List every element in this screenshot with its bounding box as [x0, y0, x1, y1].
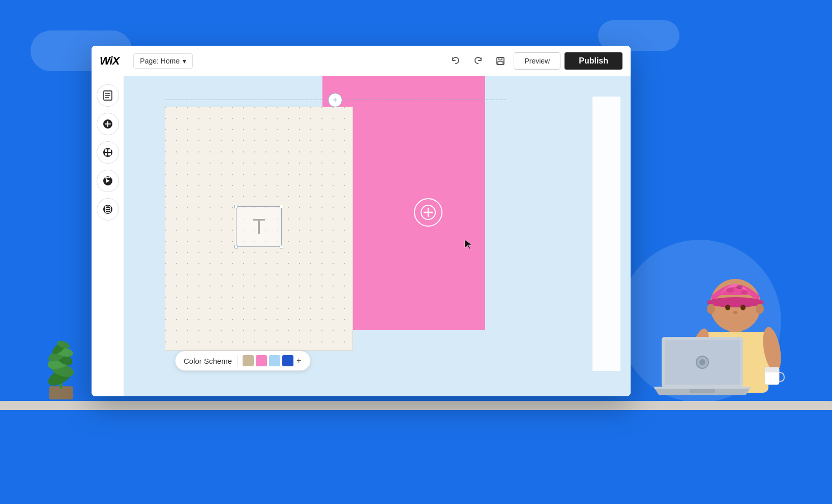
svg-point-14 — [707, 297, 764, 307]
canvas-left-panel: T — [165, 107, 353, 351]
svg-rect-26 — [765, 367, 779, 372]
svg-rect-32 — [654, 387, 751, 389]
svg-rect-47 — [105, 153, 107, 155]
sidebar — [92, 76, 124, 396]
svg-rect-45 — [105, 149, 107, 152]
swatch-pink[interactable] — [256, 355, 267, 366]
publish-button[interactable]: Publish — [564, 52, 622, 70]
toolbar: WiX Page: Home ▾ — [92, 46, 631, 76]
svg-rect-35 — [499, 57, 502, 60]
text-placeholder: T — [252, 216, 265, 237]
editor-window: WiX Page: Home ▾ — [92, 46, 631, 396]
save-button[interactable] — [491, 52, 510, 70]
page-selector[interactable]: Page: Home ▾ — [133, 53, 193, 69]
color-scheme-pill[interactable]: Color Scheme + — [175, 351, 311, 371]
handle-bottom-left[interactable] — [234, 245, 238, 248]
text-element[interactable]: T — [236, 206, 282, 247]
page-selector-label: Page: Home — [140, 57, 180, 65]
handle-bottom-right[interactable] — [280, 245, 283, 248]
color-swatches: + — [243, 355, 302, 366]
handle-top-right[interactable] — [280, 205, 283, 208]
plus-icon: + — [333, 96, 337, 105]
sidebar-item-media[interactable] — [97, 170, 119, 192]
svg-point-19 — [740, 305, 746, 310]
section-border: + — [165, 100, 506, 101]
svg-point-16 — [736, 285, 742, 289]
svg-rect-33 — [690, 389, 715, 393]
sidebar-item-app-market[interactable] — [97, 141, 119, 164]
sidebar-item-pages[interactable] — [97, 84, 119, 107]
swatch-add-button[interactable]: + — [295, 356, 302, 365]
toolbar-actions: Preview Publish — [447, 52, 622, 70]
svg-point-22 — [756, 304, 764, 314]
svg-rect-36 — [498, 61, 503, 65]
sidebar-item-database[interactable] — [97, 198, 119, 220]
svg-point-18 — [725, 305, 730, 310]
svg-rect-48 — [108, 153, 111, 155]
canvas-area[interactable]: + T — [124, 76, 631, 396]
swatch-beige[interactable] — [243, 355, 254, 366]
svg-point-15 — [726, 288, 734, 293]
svg-point-20 — [733, 311, 737, 314]
swatch-blue[interactable] — [282, 355, 293, 366]
add-element-button[interactable] — [414, 198, 442, 227]
laptop-illustration — [651, 334, 753, 402]
plant-illustration — [31, 334, 92, 402]
editor-body: + T — [92, 76, 631, 396]
undo-button[interactable] — [447, 52, 465, 70]
color-scheme-label: Color Scheme — [184, 357, 232, 365]
swatch-light-blue[interactable] — [269, 355, 280, 366]
wix-logo: WiX — [100, 54, 119, 68]
svg-point-31 — [699, 359, 705, 365]
svg-point-44 — [103, 148, 112, 157]
sidebar-item-add[interactable] — [97, 113, 119, 135]
add-section-button[interactable]: + — [328, 93, 342, 107]
svg-point-21 — [707, 304, 715, 314]
color-scheme-divider — [237, 355, 237, 366]
preview-button[interactable]: Preview — [514, 52, 560, 70]
svg-point-17 — [741, 290, 748, 294]
handle-top-left[interactable] — [234, 205, 238, 208]
chevron-down-icon: ▾ — [183, 57, 186, 65]
redo-button[interactable] — [469, 52, 487, 70]
svg-rect-46 — [108, 149, 111, 152]
right-strip — [592, 97, 620, 371]
